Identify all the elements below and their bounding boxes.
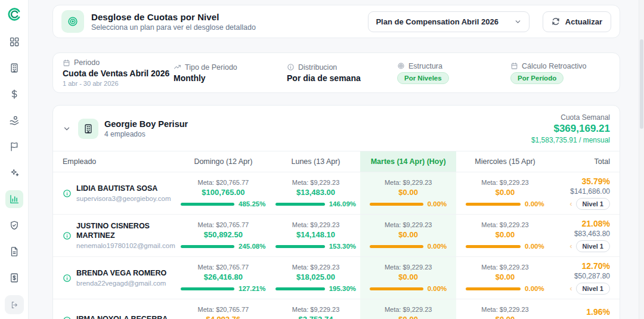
employee-info-icon[interactable] xyxy=(63,231,72,240)
periodo-range: 1 abr - 30 abr 2026 xyxy=(63,80,174,87)
sidebar-item-compliance-icon[interactable] xyxy=(5,216,23,234)
day-cell: Meta: $20,765.77 $100,765.00 485.25% xyxy=(175,172,271,214)
refresh-label: Actualizar xyxy=(565,17,602,26)
col-lunes[interactable]: Lunes (13 Apr) xyxy=(271,151,361,172)
estructura-badge: Por Niveles xyxy=(397,72,449,84)
day-cell: Meta: $20,765.77 $26,416.80 127.21% xyxy=(175,257,271,299)
chevron-down-icon xyxy=(514,18,522,26)
progress-bar xyxy=(275,287,325,290)
employee-info-icon[interactable] xyxy=(63,274,72,283)
total-amount: $83,463.80 xyxy=(574,230,610,238)
total-cell: 1.96% $7,746.50 xyxy=(554,299,620,319)
group-employee-count: 4 empleados xyxy=(104,130,188,138)
col-miercoles[interactable]: Miercoles (15 Apr) xyxy=(456,151,554,172)
sidebar-item-flags-icon[interactable] xyxy=(5,138,23,156)
table-row: JUSTINO CISNEROS MARTINEZ nenemalo197801… xyxy=(53,215,620,257)
vertical-scrollbar[interactable] xyxy=(639,0,644,319)
calendar-icon xyxy=(510,62,518,70)
employee-info-icon[interactable] xyxy=(63,316,72,319)
col-total[interactable]: Total xyxy=(554,151,620,172)
retroactivo-badge: Por Período xyxy=(510,72,564,84)
chevron-left-icon[interactable]: ‹ xyxy=(570,285,572,292)
sidebar-item-organization-icon[interactable] xyxy=(5,59,23,77)
sidebar-item-payments-icon[interactable] xyxy=(5,85,23,103)
refresh-button[interactable]: Actualizar xyxy=(543,11,611,32)
progress-bar xyxy=(466,287,521,290)
day-cell: Meta: $9,229.23 $0.00 0.00% xyxy=(456,299,554,319)
total-percent: 35.79% xyxy=(582,176,610,186)
total-cell: 35.79% $141,686.00 ‹Nivel 1 xyxy=(554,172,620,214)
total-amount: $141,686.00 xyxy=(570,187,610,196)
table-header-row: Empleado Domingo (12 Apr) Lunes (13 Apr)… xyxy=(53,151,620,172)
collapse-group-chevron-icon[interactable] xyxy=(61,123,72,134)
summary-retroactivo: Cálculo Retroactivo Por Período xyxy=(510,62,610,84)
table-row: BRENDA VEGA ROMERO brenda22vegagd@gmail.… xyxy=(53,257,620,299)
scrollbar-thumb[interactable] xyxy=(640,39,643,129)
store-building-icon xyxy=(78,119,98,139)
col-martes-hoy[interactable]: Martes (14 Apr) (Hoy) xyxy=(360,151,456,172)
employee-name: JUSTINO CISNEROS MARTINEZ xyxy=(76,222,166,240)
day-cell: Meta: $9,229.23 $0.00 0.00% xyxy=(456,215,554,256)
main-content: Desglose de Cuotas por Nivel Selecciona … xyxy=(29,0,644,319)
total-percent: 1.96% xyxy=(586,307,610,317)
chevron-left-icon[interactable]: ‹ xyxy=(570,243,572,250)
brand-logo-icon[interactable] xyxy=(7,7,22,22)
day-cell: Meta: $9,229.23 $14,148.10 153.30% xyxy=(271,215,361,256)
total-percent: 21.08% xyxy=(582,219,610,228)
col-empleado[interactable]: Empleado xyxy=(53,151,175,172)
day-cell: Meta: $9,229.23 $18,025.00 195.30% xyxy=(271,257,361,299)
progress-bar xyxy=(370,245,423,248)
day-cell: Meta: $9,229.23 $0.00 0.00% xyxy=(456,172,554,214)
level-badge: Nivel 1 xyxy=(576,283,610,295)
summary-distribucion: Distribucion Por dia de semana xyxy=(287,63,397,83)
plan-select-value: Plan de Compensation Abril 2026 xyxy=(376,17,498,26)
day-cell-today: Meta: $9,229.23 $0.00 0.00% xyxy=(360,257,456,299)
day-cell-today: Meta: $9,229.23 $0.00 0.00% xyxy=(360,215,456,256)
sidebar-item-invoices-icon[interactable] xyxy=(5,269,23,287)
employee-email: supervisora3@georgieboy.com xyxy=(76,195,171,202)
employee-email: nenemalo19780102@gmail.com xyxy=(76,242,175,249)
quota-table-card: Georgie Boy Perisur 4 empleados Cuota Se… xyxy=(52,105,620,319)
weekly-quota-value: $369,169.21 xyxy=(531,123,610,135)
total-cell: 21.08% $83,463.80 ‹Nivel 1 xyxy=(554,215,620,256)
calendar-icon xyxy=(63,59,70,67)
target-icon xyxy=(397,62,405,70)
day-cell: Meta: $9,229.23 $0.00 0.00% xyxy=(456,257,554,299)
sidebar-item-ai-insights-icon[interactable] xyxy=(5,164,23,182)
progress-bar xyxy=(466,245,521,248)
level-badge: Nivel 1 xyxy=(576,240,610,252)
total-amount: $50,287.80 xyxy=(574,272,610,280)
table-row: LIDIA BAUTISTA SOSA supervisora3@georgie… xyxy=(53,172,620,215)
level-badge: Nivel 1 xyxy=(576,198,610,210)
sidebar xyxy=(0,0,29,319)
plan-select[interactable]: Plan de Compensation Abril 2026 xyxy=(368,11,529,32)
summary-periodo: Periodo Cuota de Ventas Abril 2026 1 abr… xyxy=(63,58,174,87)
sidebar-item-commissions-icon[interactable] xyxy=(5,112,23,129)
employee-info-icon[interactable] xyxy=(63,189,72,198)
group-name: Georgie Boy Perisur xyxy=(104,119,188,129)
weekly-quota-label: Cuota Semanal xyxy=(531,113,610,122)
day-cell: Meta: $9,229.23 $13,483.00 146.09% xyxy=(271,172,361,214)
progress-bar xyxy=(181,287,234,290)
progress-bar xyxy=(181,203,234,206)
periodo-value: Cuota de Ventas Abril 2026 xyxy=(63,69,174,78)
chevron-left-icon[interactable]: ‹ xyxy=(570,200,572,207)
summary-estructura: Estructura Por Niveles xyxy=(397,62,510,84)
sidebar-item-documents-icon[interactable] xyxy=(5,243,23,261)
day-cell: Meta: $9,229.23 $2,752.74 29.83% xyxy=(271,299,361,319)
monthly-quota-value: $1,583,735.91 / mensual xyxy=(531,136,610,144)
summary-tipo-periodo: Tipo de Periodo Monthly xyxy=(174,63,287,83)
logout-collapse-button[interactable] xyxy=(5,295,24,314)
progress-bar xyxy=(181,245,234,248)
progress-bar xyxy=(370,287,423,290)
employee-name: IRMA NOYOLA BECERRA xyxy=(76,315,168,319)
day-cell-today: Meta: $9,229.23 $0.00 0.00% xyxy=(360,172,456,214)
info-icon xyxy=(287,63,295,71)
distribucion-value: Por dia de semana xyxy=(287,73,397,83)
employee-name: BRENDA VEGA ROMERO xyxy=(76,269,166,278)
page-header-card: Desglose de Cuotas por Nivel Selecciona … xyxy=(52,5,620,38)
col-domingo[interactable]: Domingo (12 Apr) xyxy=(175,151,271,172)
sidebar-item-quota-chart-icon[interactable] xyxy=(5,190,23,208)
table-row: IRMA NOYOLA BECERRA Meta: $20,765.77 $4,… xyxy=(53,299,620,319)
sidebar-item-dashboard-icon[interactable] xyxy=(5,33,23,51)
